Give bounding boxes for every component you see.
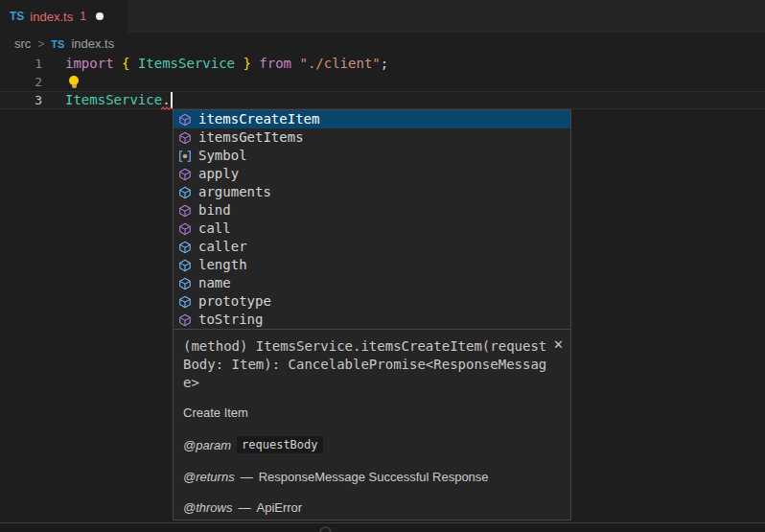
- chevron-right-icon: >: [37, 37, 44, 51]
- tab-index-ts[interactable]: TS index.ts 1: [0, 0, 128, 33]
- suggest-docs-panel: (method) ItemsService.itemsCreateItem(re…: [173, 329, 571, 520]
- method-icon: [177, 312, 193, 328]
- breadcrumb-file[interactable]: index.ts: [71, 36, 114, 51]
- suggestion-label: call: [198, 220, 231, 238]
- code-line-3[interactable]: 3 ItemsService.: [0, 91, 765, 109]
- breadcrumb-folder[interactable]: src: [14, 36, 31, 51]
- throws-text: ApiError: [257, 500, 303, 515]
- tab-error-count: 1: [80, 10, 86, 23]
- text-cursor: [171, 92, 173, 108]
- suggestion-item-length[interactable]: length: [174, 256, 570, 274]
- field-icon: [177, 276, 193, 291]
- dimmed-circle-icon: [319, 526, 332, 532]
- code-line-2[interactable]: 2: [0, 73, 765, 91]
- field-icon: [177, 185, 193, 200]
- modified-dot-icon[interactable]: [96, 12, 104, 20]
- suggestion-label: itemsCreateItem: [198, 110, 319, 128]
- code-text: ItemsService.: [65, 91, 171, 109]
- line-number: 1: [0, 55, 42, 73]
- code-line-1[interactable]: 1 import { ItemsService } from "./client…: [0, 55, 765, 73]
- symbol-icon: [177, 149, 193, 164]
- field-icon: [177, 258, 193, 273]
- suggestion-label: bind: [198, 201, 231, 220]
- suggestion-item-prototype[interactable]: prototype: [174, 292, 570, 311]
- throws-tag: @throws: [183, 500, 233, 515]
- suggestion-label: toString: [198, 311, 263, 329]
- suggestion-label: caller: [198, 238, 247, 256]
- line-number: 3: [0, 91, 42, 109]
- method-icon: [177, 130, 193, 146]
- suggestion-label: arguments: [198, 183, 271, 201]
- suggestion-label: length: [198, 256, 247, 274]
- field-icon: [177, 240, 193, 255]
- suggestion-item-name[interactable]: name: [174, 274, 570, 292]
- suggestion-item-Symbol[interactable]: Symbol: [174, 147, 570, 165]
- method-signature: (method) ItemsService.itemsCreateItem(re…: [183, 337, 552, 392]
- doc-param-line: @param requestBody: [183, 436, 561, 453]
- tab-bar: TS index.ts 1: [0, 0, 765, 33]
- returns-tag: @returns: [183, 470, 235, 484]
- returns-text: ResponseMessage Successful Response: [259, 470, 489, 484]
- suggestion-item-toString[interactable]: toString: [174, 311, 570, 329]
- doc-summary: Create Item: [183, 405, 561, 420]
- typescript-file-icon: TS: [10, 10, 24, 23]
- doc-returns-line: @returns— ResponseMessage Successful Res…: [183, 470, 561, 484]
- method-icon: [177, 203, 193, 219]
- breadcrumb: src > TS index.ts: [0, 33, 765, 55]
- suggestion-label: prototype: [198, 292, 271, 311]
- param-tag: @param: [183, 438, 231, 452]
- field-icon: [177, 294, 193, 310]
- suggestion-item-itemsGetItems[interactable]: itemsGetItems: [174, 128, 570, 147]
- suggestion-item-bind[interactable]: bind: [174, 201, 570, 220]
- suggest-widget: itemsCreateItem itemsGetItems Symbol app…: [173, 109, 571, 329]
- typescript-file-icon: TS: [51, 38, 64, 50]
- close-icon[interactable]: ✕: [553, 338, 564, 351]
- suggestion-item-itemsCreateItem[interactable]: itemsCreateItem: [174, 110, 570, 128]
- param-code-chip: requestBody: [237, 436, 322, 453]
- lightbulb-icon[interactable]: [69, 76, 80, 89]
- suggestion-item-arguments[interactable]: arguments: [174, 183, 570, 201]
- suggestion-label: name: [198, 274, 231, 292]
- suggestion-label: Symbol: [198, 147, 247, 165]
- code-text: import { ItemsService } from "./client";: [65, 55, 388, 73]
- suggestion-label: itemsGetItems: [198, 128, 304, 147]
- tab-filename: index.ts: [30, 10, 73, 24]
- suggestion-item-caller[interactable]: caller: [174, 238, 570, 256]
- method-icon: [177, 221, 193, 237]
- bottom-strip: [0, 523, 765, 532]
- suggestion-item-call[interactable]: call: [174, 220, 570, 238]
- method-icon: [177, 167, 193, 182]
- suggestion-label: apply: [198, 165, 239, 183]
- line-number: 2: [0, 73, 42, 91]
- doc-throws-line: @throws— ApiError: [183, 500, 561, 515]
- suggestion-item-apply[interactable]: apply: [174, 165, 570, 183]
- method-icon: [177, 112, 193, 127]
